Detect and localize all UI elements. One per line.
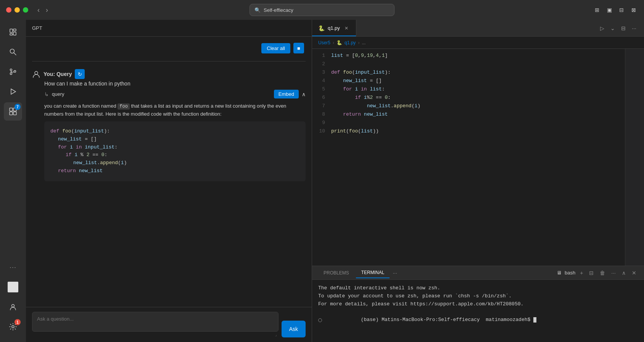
breadcrumb-icon-py: 🐍 (336, 40, 342, 45)
response-text: you can create a function named foo that… (32, 102, 306, 118)
forward-button[interactable]: › (44, 5, 50, 16)
svg-rect-14 (13, 112, 16, 115)
query-text: How can I make a function in python (32, 79, 306, 88)
tab-filename: q1.py (328, 25, 340, 31)
maximize-button[interactable] (23, 7, 28, 13)
source-control-icon (9, 68, 17, 76)
prompt-dot-icon (318, 318, 322, 322)
global-search-bar[interactable]: 🔍 (250, 4, 394, 16)
breadcrumb-user: User5 (318, 40, 330, 45)
terminal-trash-button[interactable]: 🗑 (598, 269, 607, 277)
resize-handle: ⌟ (32, 332, 279, 337)
sidebar-toggle-icon[interactable]: ⊞ (593, 6, 601, 14)
svg-rect-1 (13, 29, 16, 31)
account-icon (9, 303, 17, 311)
terminal-line-1: The default interactive shell is now zsh… (318, 284, 638, 292)
tab-actions: ▷ ⌄ ⊟ ··· (599, 20, 638, 36)
sidebar-item-settings[interactable]: 1 (4, 318, 22, 336)
terminal-close-button[interactable]: ✕ (630, 269, 638, 277)
close-button[interactable] (6, 7, 11, 13)
svg-point-16 (12, 326, 14, 328)
svg-rect-3 (10, 34, 13, 35)
sidebar-item-run[interactable] (4, 82, 22, 101)
minimize-button[interactable] (14, 7, 20, 13)
bash-label: bash (565, 270, 575, 276)
query-label: query (52, 91, 64, 97)
gpt-chat-panel: GPT Clear all ■ You: Query ↻ How c (26, 20, 312, 342)
tab-terminal[interactable]: TERMINAL (356, 268, 390, 278)
code-line-10: 10 print(foo(list)) (312, 127, 644, 136)
terminal-content: The default interactive shell is now zsh… (312, 280, 644, 342)
breadcrumb-dots: ... (362, 40, 365, 45)
terminal-split-button[interactable]: ⊟ (588, 269, 595, 277)
breadcrumb-sep2: › (358, 40, 359, 45)
run-dropdown-button[interactable]: ⌄ (609, 24, 617, 33)
svg-marker-10 (11, 89, 16, 94)
query-header: You: Query ↻ (32, 69, 306, 79)
chat-top-actions: Clear all ■ (32, 43, 306, 53)
svg-rect-0 (10, 29, 13, 32)
breadcrumb: User5 › 🐍 q1.py › ... (312, 37, 644, 49)
query-block: You: Query ↻ How can I make a function i… (32, 69, 306, 181)
sidebar-item-extensions[interactable]: 7 (4, 102, 22, 121)
right-panel: 🐍 q1.py ✕ ▷ ⌄ ⊟ ··· User5 › 🐍 q1.py › ..… (312, 20, 644, 342)
terminal-maximize-button[interactable]: ∧ (620, 269, 627, 277)
global-search-input[interactable] (264, 7, 390, 13)
tab-q1py[interactable]: 🐍 q1.py ✕ (312, 20, 356, 36)
white-square-item[interactable] (4, 278, 22, 296)
code-line-7: 7 new_list.append(i) (312, 102, 644, 111)
embed-button[interactable]: Embed (274, 90, 299, 98)
terminal-more2-button[interactable]: ··· (610, 269, 617, 277)
sidebar-item-source-control[interactable] (4, 63, 22, 81)
sidebar-item-search[interactable] (4, 43, 22, 61)
query-header-text: You: Query (43, 71, 72, 77)
panel-header: GPT (26, 20, 312, 37)
tab-problems[interactable]: PROBLEMS (318, 268, 354, 278)
code-line-1: 1 list = [0,9,19,4,1] (312, 52, 644, 60)
new-terminal-button[interactable]: + (578, 269, 584, 277)
run-file-button[interactable]: ▷ (599, 24, 606, 33)
main-container: 7 ··· 1 (0, 20, 644, 342)
inline-code-foo: foo (118, 103, 130, 110)
chat-input[interactable] (32, 312, 279, 332)
code-line-9: 9 (312, 119, 644, 127)
refresh-button[interactable]: ↻ (75, 69, 85, 79)
panel-icon[interactable]: ⊟ (617, 6, 626, 14)
terminal-more-button[interactable]: ··· (391, 269, 399, 277)
editor-tabs: 🐍 q1.py ✕ ▷ ⌄ ⊟ ··· (312, 20, 644, 37)
svg-point-4 (10, 49, 14, 53)
chevron-up-button[interactable]: ∧ (302, 91, 306, 97)
terminal-line-3: For more details, please visit https://s… (318, 300, 638, 308)
settings-badge: 1 (14, 319, 21, 325)
sidebar-item-explorer[interactable] (4, 23, 22, 41)
run-icon (9, 87, 17, 96)
svg-rect-2 (13, 32, 16, 35)
stop-button[interactable]: ■ (293, 43, 304, 53)
terminal-tabs: PROBLEMS TERMINAL ··· 🖥 bash + ⊟ 🗑 ··· ∧… (312, 266, 644, 280)
terminal-actions: 🖥 bash + ⊟ 🗑 ··· ∧ ✕ (557, 269, 638, 277)
activity-bottom: ··· 1 (4, 258, 22, 339)
minimap (625, 49, 644, 266)
explorer-icon (9, 28, 17, 36)
activity-bar: 7 ··· 1 (0, 20, 26, 342)
split-editor-button[interactable]: ⊟ (620, 24, 627, 33)
back-button[interactable]: ‹ (36, 5, 41, 16)
tab-close-button[interactable]: ✕ (343, 25, 350, 32)
terminal-line-2: To update your account to use zsh, pleas… (318, 292, 638, 300)
chat-area: Clear all ■ You: Query ↻ How can I make … (26, 37, 312, 307)
customize-icon[interactable]: ⊠ (630, 6, 638, 14)
terminal-panel: PROBLEMS TERMINAL ··· 🖥 bash + ⊟ 🗑 ··· ∧… (312, 266, 644, 342)
cursor-block (533, 317, 536, 323)
clear-all-button[interactable]: Clear all (261, 43, 290, 53)
more-actions-button[interactable]: ··· (630, 24, 638, 33)
ask-button[interactable]: Ask (282, 321, 306, 337)
svg-rect-13 (10, 112, 13, 115)
chat-input-area: ⌟ Ask (26, 307, 312, 342)
sidebar-item-dots[interactable]: ··· (4, 258, 22, 276)
code-editor: 1 list = [0,9,19,4,1] 2 3 def foo(input_… (312, 49, 644, 266)
svg-line-5 (14, 53, 16, 55)
layout-icon[interactable]: ▣ (605, 6, 613, 14)
sidebar-item-account[interactable] (4, 298, 22, 316)
breadcrumb-file: q1.py (345, 40, 356, 45)
svg-point-7 (10, 73, 12, 75)
